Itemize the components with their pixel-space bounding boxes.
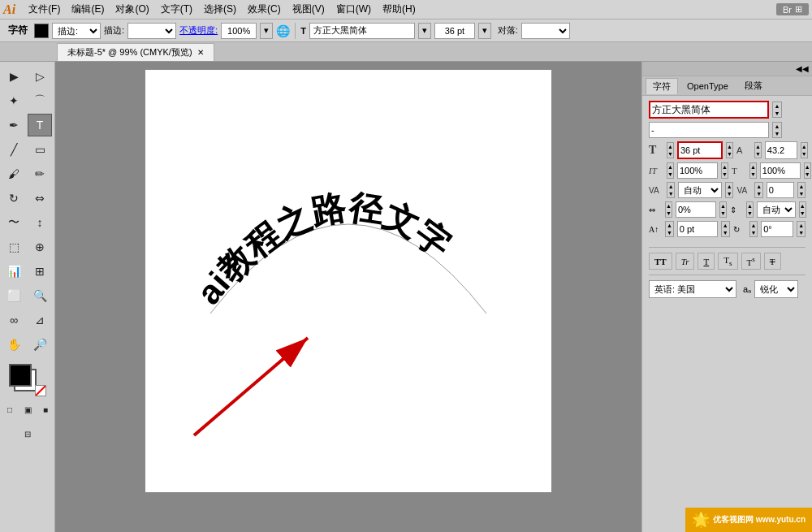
style-tt-btn[interactable]: TT: [649, 253, 672, 270]
stroke-dropdown[interactable]: 描边:: [52, 23, 101, 39]
pencil-tool[interactable]: ✏: [28, 162, 52, 185]
warp-tool[interactable]: 〜: [2, 211, 26, 234]
leading2-stepper[interactable]: ▲ ▼: [801, 142, 808, 158]
font-size-dropdown-btn[interactable]: ▾: [478, 23, 491, 39]
panel-leading-input[interactable]: [765, 141, 797, 159]
workspace-switcher[interactable]: ⊞: [795, 4, 802, 15]
scale-h-stepper[interactable]: ▲ ▼: [667, 162, 674, 179]
menu-object[interactable]: 对象(O): [110, 2, 153, 17]
leading-stepper[interactable]: ▲ ▼: [754, 142, 762, 158]
hspacing2-stepper[interactable]: ▲ ▼: [719, 201, 727, 218]
column-graph-tool[interactable]: 📊: [2, 260, 26, 283]
tab-opentype[interactable]: OpenType: [680, 79, 736, 93]
vspacing-stepper[interactable]: ▲ ▼: [746, 201, 754, 218]
direct-select-tool[interactable]: ▷: [28, 65, 52, 88]
font-style-stepper[interactable]: ▲ ▼: [772, 122, 782, 138]
style-strike-btn[interactable]: T: [764, 253, 781, 270]
baseline2-stepper[interactable]: ▲ ▼: [721, 221, 730, 237]
transparency-input[interactable]: [221, 23, 257, 39]
fill-color-box[interactable]: [9, 364, 32, 387]
none-color-box[interactable]: [35, 385, 46, 396]
scale-v-stepper[interactable]: ▲ ▼: [749, 162, 757, 179]
font-size-input[interactable]: [434, 23, 475, 39]
panel-rotate-input[interactable]: [761, 221, 793, 237]
kern-stepper[interactable]: ▲ ▼: [667, 182, 675, 198]
font-size2-stepper[interactable]: ▲ ▼: [726, 142, 733, 158]
rect-tool[interactable]: ▭: [28, 138, 52, 161]
symbol-tool[interactable]: ⊕: [28, 236, 52, 258]
panel-font-style-input[interactable]: [649, 122, 769, 138]
hspacing-stepper[interactable]: ▲ ▼: [665, 201, 672, 218]
panel-kern-select[interactable]: 自动: [678, 182, 722, 198]
zoom-tool[interactable]: 🔎: [28, 333, 52, 356]
style-sup-btn[interactable]: Ts: [741, 253, 761, 270]
track2-stepper[interactable]: ▲ ▼: [797, 182, 806, 198]
panel-collapse-icon[interactable]: ◀◀: [796, 64, 809, 73]
panel-track-input[interactable]: [767, 182, 794, 198]
tab-character[interactable]: 字符: [646, 78, 678, 94]
vspacing2-stepper[interactable]: ▲ ▼: [799, 201, 806, 218]
type-tool[interactable]: T: [28, 114, 52, 136]
panel-aa-select[interactable]: 锐化: [754, 280, 798, 298]
menu-view[interactable]: 视图(V): [287, 2, 330, 17]
brush-tool[interactable]: 🖌: [2, 162, 26, 185]
font-name-stepper[interactable]: ▲ ▼: [772, 102, 782, 118]
tab-document[interactable]: 未标题-5* @ 99% (CMYK/预览) ✕: [57, 43, 214, 61]
font-size-stepper[interactable]: ▲ ▼: [667, 142, 674, 158]
bridge-button[interactable]: Br ⊞: [776, 3, 809, 15]
track-stepper[interactable]: ▲ ▼: [754, 182, 762, 198]
select-tool[interactable]: ▶: [2, 65, 26, 88]
style-t-underline-btn[interactable]: T: [698, 253, 715, 270]
menu-edit[interactable]: 编辑(E): [67, 2, 109, 17]
menu-effect[interactable]: 效果(C): [243, 2, 286, 17]
rotate2-stepper[interactable]: ▲ ▼: [797, 221, 806, 237]
mesh-tool[interactable]: ⊞: [28, 260, 52, 283]
magic-wand-tool[interactable]: ✦: [2, 89, 26, 112]
line-tool[interactable]: ╱: [2, 138, 26, 161]
toolbar-color-swatch[interactable]: [34, 24, 49, 38]
gradient-tool[interactable]: ⬜: [2, 284, 26, 307]
change-screen-btn[interactable]: ⊟: [2, 422, 53, 445]
baseline-stepper[interactable]: ▲ ▼: [665, 221, 674, 237]
panel-language-select[interactable]: 英语: 美国: [649, 280, 736, 298]
scale-h2-stepper[interactable]: ▲ ▼: [721, 162, 728, 179]
rotate-tool[interactable]: ↻: [2, 187, 26, 210]
pen-tool[interactable]: ✒: [2, 114, 26, 136]
tab-paragraph[interactable]: 段落: [737, 77, 770, 94]
normal-mode-btn[interactable]: □: [2, 401, 18, 417]
rotate-stepper[interactable]: ▲ ▼: [749, 221, 758, 237]
style-tr-btn[interactable]: Tr: [676, 253, 695, 270]
panel-scale-h-input[interactable]: [677, 162, 718, 179]
free-transform-tool[interactable]: ⬚: [2, 236, 26, 258]
panel-hspacing-input[interactable]: [676, 201, 716, 218]
eyedropper-tool[interactable]: 🔍: [28, 284, 52, 307]
scale-tool[interactable]: ⇔: [28, 187, 52, 210]
panel-baseline-input[interactable]: [677, 221, 718, 237]
align-select[interactable]: [127, 23, 176, 39]
align-paragraph-select[interactable]: [521, 23, 570, 39]
panel-font-size-input[interactable]: [677, 141, 723, 159]
width-tool[interactable]: ↕: [28, 211, 52, 234]
transparency-dropdown-btn[interactable]: ▾: [260, 23, 273, 39]
transparency-label[interactable]: 不透明度:: [179, 24, 218, 37]
kern2-stepper[interactable]: ▲ ▼: [725, 182, 733, 198]
menu-text[interactable]: 文字(T): [156, 2, 197, 17]
fullscreen-mode-btn[interactable]: ▣: [19, 401, 36, 417]
scale-v2-stepper[interactable]: ▲ ▼: [804, 162, 811, 179]
blend-tool[interactable]: ∞: [2, 309, 26, 331]
slice-tool[interactable]: ⊿: [28, 309, 52, 331]
panel-vspacing-select[interactable]: 自动: [757, 201, 796, 218]
menu-window[interactable]: 窗口(W): [331, 2, 376, 17]
panel-font-name-input[interactable]: [649, 101, 769, 119]
menu-help[interactable]: 帮助(H): [378, 2, 421, 17]
hand-tool[interactable]: ✋: [2, 333, 26, 356]
font-dropdown-btn[interactable]: ▾: [418, 23, 431, 39]
lasso-tool[interactable]: ⌒: [28, 89, 52, 112]
menu-file[interactable]: 文件(F): [24, 2, 65, 17]
panel-scale-v-input[interactable]: [760, 162, 801, 179]
tab-close-icon[interactable]: ✕: [197, 48, 204, 57]
menu-select[interactable]: 选择(S): [199, 2, 241, 17]
font-name-input[interactable]: [309, 23, 415, 39]
fullscreen2-mode-btn[interactable]: ■: [37, 401, 54, 417]
style-sub-btn[interactable]: Ts: [718, 253, 737, 270]
